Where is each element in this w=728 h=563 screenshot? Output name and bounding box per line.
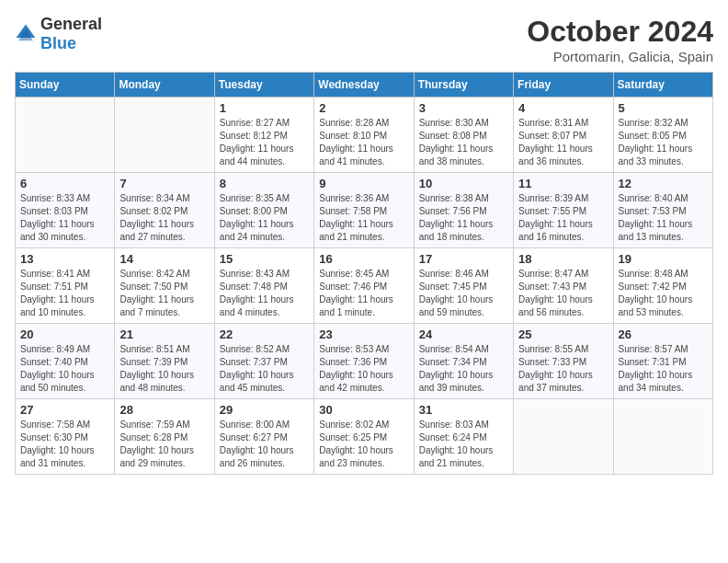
cell-content: Sunrise: 8:38 AM Sunset: 7:56 PM Dayligh… (419, 192, 508, 244)
day-number: 15 (220, 252, 309, 266)
calendar-cell: 5Sunrise: 8:32 AM Sunset: 8:05 PM Daylig… (613, 98, 712, 173)
cell-content: Sunrise: 8:46 AM Sunset: 7:45 PM Dayligh… (419, 268, 508, 319)
calendar-cell: 24Sunrise: 8:54 AM Sunset: 7:34 PM Dayli… (414, 324, 513, 399)
week-row-4: 20Sunrise: 8:49 AM Sunset: 7:40 PM Dayli… (16, 324, 713, 399)
day-number: 14 (119, 252, 209, 266)
cell-content: Sunrise: 8:36 AM Sunset: 7:58 PM Dayligh… (319, 192, 408, 244)
cell-content: Sunrise: 8:54 AM Sunset: 7:34 PM Dayligh… (419, 343, 508, 395)
calendar-table: SundayMondayTuesdayWednesdayThursdayFrid… (15, 72, 713, 475)
day-header-thursday: Thursday (414, 73, 513, 98)
location-text: Portomarin, Galicia, Spain (527, 49, 713, 64)
calendar-cell: 1Sunrise: 8:27 AM Sunset: 8:12 PM Daylig… (214, 98, 313, 173)
cell-content: Sunrise: 8:32 AM Sunset: 8:05 PM Dayligh… (619, 117, 708, 168)
calendar-cell: 4Sunrise: 8:31 AM Sunset: 8:07 PM Daylig… (514, 98, 613, 173)
cell-content: Sunrise: 8:35 AM Sunset: 8:00 PM Dayligh… (220, 192, 309, 244)
cell-content: Sunrise: 8:31 AM Sunset: 8:07 PM Dayligh… (518, 117, 608, 168)
calendar-cell (16, 98, 115, 173)
day-number: 28 (119, 403, 209, 417)
day-number: 18 (518, 252, 608, 266)
calendar-cell: 2Sunrise: 8:28 AM Sunset: 8:10 PM Daylig… (314, 98, 414, 173)
calendar-cell: 15Sunrise: 8:43 AM Sunset: 7:48 PM Dayli… (214, 248, 313, 324)
day-number: 29 (220, 403, 309, 417)
calendar-cell (115, 98, 214, 173)
calendar-cell: 18Sunrise: 8:47 AM Sunset: 7:43 PM Dayli… (514, 248, 613, 324)
day-header-tuesday: Tuesday (214, 73, 313, 98)
calendar-cell (514, 399, 613, 475)
calendar-cell: 6Sunrise: 8:33 AM Sunset: 8:03 PM Daylig… (16, 173, 115, 248)
day-number: 7 (119, 177, 209, 190)
calendar-cell: 10Sunrise: 8:38 AM Sunset: 7:56 PM Dayli… (414, 173, 513, 248)
calendar-cell: 23Sunrise: 8:53 AM Sunset: 7:36 PM Dayli… (314, 324, 414, 399)
day-number: 5 (619, 101, 708, 115)
cell-content: Sunrise: 8:57 AM Sunset: 7:31 PM Dayligh… (619, 343, 708, 395)
cell-content: Sunrise: 8:47 AM Sunset: 7:43 PM Dayligh… (518, 268, 608, 319)
day-number: 26 (619, 327, 708, 341)
calendar-cell: 29Sunrise: 8:00 AM Sunset: 6:27 PM Dayli… (214, 399, 313, 475)
calendar-cell: 30Sunrise: 8:02 AM Sunset: 6:25 PM Dayli… (314, 399, 414, 475)
day-number: 12 (619, 177, 708, 190)
logo-icon (15, 23, 37, 45)
month-year-title: October 2024 (527, 15, 713, 49)
calendar-cell: 9Sunrise: 8:36 AM Sunset: 7:58 PM Daylig… (314, 173, 414, 248)
calendar-cell: 14Sunrise: 8:42 AM Sunset: 7:50 PM Dayli… (115, 248, 214, 324)
calendar-cell: 22Sunrise: 8:52 AM Sunset: 7:37 PM Dayli… (214, 324, 313, 399)
cell-content: Sunrise: 8:28 AM Sunset: 8:10 PM Dayligh… (319, 117, 408, 168)
day-number: 11 (518, 177, 608, 190)
week-row-3: 13Sunrise: 8:41 AM Sunset: 7:51 PM Dayli… (16, 248, 713, 324)
day-number: 10 (419, 177, 508, 190)
week-row-2: 6Sunrise: 8:33 AM Sunset: 8:03 PM Daylig… (16, 173, 713, 248)
day-header-wednesday: Wednesday (314, 73, 414, 98)
day-number: 31 (419, 403, 508, 417)
calendar-cell: 21Sunrise: 8:51 AM Sunset: 7:39 PM Dayli… (115, 324, 214, 399)
day-number: 30 (319, 403, 408, 417)
cell-content: Sunrise: 8:33 AM Sunset: 8:03 PM Dayligh… (20, 192, 109, 244)
cell-content: Sunrise: 8:39 AM Sunset: 7:55 PM Dayligh… (518, 192, 608, 244)
calendar-cell: 17Sunrise: 8:46 AM Sunset: 7:45 PM Dayli… (414, 248, 513, 324)
cell-content: Sunrise: 8:27 AM Sunset: 8:12 PM Dayligh… (220, 117, 309, 168)
cell-content: Sunrise: 8:00 AM Sunset: 6:27 PM Dayligh… (220, 419, 309, 470)
title-block: October 2024 Portomarin, Galicia, Spain (527, 15, 713, 64)
day-number: 4 (518, 101, 608, 115)
calendar-cell: 28Sunrise: 7:59 AM Sunset: 6:28 PM Dayli… (115, 399, 214, 475)
day-number: 19 (619, 252, 708, 266)
cell-content: Sunrise: 8:02 AM Sunset: 6:25 PM Dayligh… (319, 419, 408, 470)
calendar-cell: 20Sunrise: 8:49 AM Sunset: 7:40 PM Dayli… (16, 324, 115, 399)
cell-content: Sunrise: 8:30 AM Sunset: 8:08 PM Dayligh… (419, 117, 508, 168)
cell-content: Sunrise: 8:45 AM Sunset: 7:46 PM Dayligh… (319, 268, 408, 319)
week-row-5: 27Sunrise: 7:58 AM Sunset: 6:30 PM Dayli… (16, 399, 713, 475)
cell-content: Sunrise: 8:41 AM Sunset: 7:51 PM Dayligh… (20, 268, 109, 319)
day-number: 6 (20, 177, 109, 190)
cell-content: Sunrise: 8:42 AM Sunset: 7:50 PM Dayligh… (119, 268, 209, 319)
calendar-cell: 19Sunrise: 8:48 AM Sunset: 7:42 PM Dayli… (613, 248, 712, 324)
day-number: 17 (419, 252, 508, 266)
day-number: 24 (419, 327, 508, 341)
cell-content: Sunrise: 8:51 AM Sunset: 7:39 PM Dayligh… (119, 343, 209, 395)
day-number: 23 (319, 327, 408, 341)
calendar-cell: 11Sunrise: 8:39 AM Sunset: 7:55 PM Dayli… (514, 173, 613, 248)
cell-content: Sunrise: 8:34 AM Sunset: 8:02 PM Dayligh… (119, 192, 209, 244)
day-number: 1 (220, 101, 309, 115)
cell-content: Sunrise: 8:43 AM Sunset: 7:48 PM Dayligh… (220, 268, 309, 319)
cell-content: Sunrise: 8:55 AM Sunset: 7:33 PM Dayligh… (518, 343, 608, 395)
logo-general-text: General (40, 15, 102, 33)
calendar-cell: 3Sunrise: 8:30 AM Sunset: 8:08 PM Daylig… (414, 98, 513, 173)
day-number: 8 (220, 177, 309, 190)
cell-content: Sunrise: 7:58 AM Sunset: 6:30 PM Dayligh… (20, 419, 109, 470)
day-number: 16 (319, 252, 408, 266)
day-number: 27 (20, 403, 109, 417)
cell-content: Sunrise: 8:52 AM Sunset: 7:37 PM Dayligh… (220, 343, 309, 395)
logo: General Blue (15, 15, 102, 53)
cell-content: Sunrise: 8:48 AM Sunset: 7:42 PM Dayligh… (619, 268, 708, 319)
calendar-cell: 26Sunrise: 8:57 AM Sunset: 7:31 PM Dayli… (613, 324, 712, 399)
day-number: 20 (20, 327, 109, 341)
calendar-cell: 31Sunrise: 8:03 AM Sunset: 6:24 PM Dayli… (414, 399, 513, 475)
day-number: 25 (518, 327, 608, 341)
calendar-cell: 13Sunrise: 8:41 AM Sunset: 7:51 PM Dayli… (16, 248, 115, 324)
day-number: 13 (20, 252, 109, 266)
calendar-cell: 12Sunrise: 8:40 AM Sunset: 7:53 PM Dayli… (613, 173, 712, 248)
day-header-friday: Friday (514, 73, 613, 98)
cell-content: Sunrise: 8:49 AM Sunset: 7:40 PM Dayligh… (20, 343, 109, 395)
day-header-sunday: Sunday (16, 73, 115, 98)
calendar-cell: 25Sunrise: 8:55 AM Sunset: 7:33 PM Dayli… (514, 324, 613, 399)
day-number: 22 (220, 327, 309, 341)
